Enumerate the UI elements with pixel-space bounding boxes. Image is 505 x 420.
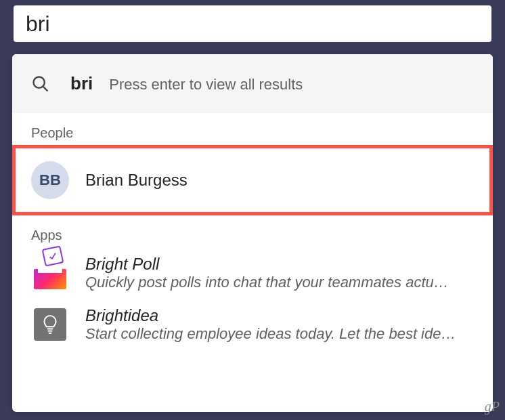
brightpoll-icon — [31, 254, 69, 292]
avatar-initials: BB — [39, 171, 61, 189]
search-suggestion-text: bri Press enter to view all results — [70, 73, 303, 94]
search-icon — [30, 75, 51, 93]
result-text: Bright Poll Quickly post polls into chat… — [85, 255, 474, 291]
app-subtitle: Start collecting employee ideas today. L… — [85, 325, 474, 343]
people-section-header: People — [12, 113, 493, 145]
search-term: bri — [70, 73, 93, 94]
search-input-value: bri — [26, 12, 50, 37]
result-text: Brightidea Start collecting employee ide… — [85, 306, 474, 343]
search-bar[interactable]: bri — [12, 4, 493, 43]
people-result-item[interactable]: BB Brian Burgess — [12, 145, 493, 215]
apps-section-header: Apps — [12, 215, 493, 247]
apps-section: Bright Poll Quickly post polls into chat… — [12, 247, 493, 350]
search-hint: Press enter to view all results — [109, 76, 303, 93]
watermark: gP — [485, 399, 500, 415]
app-name: Bright Poll — [85, 255, 474, 274]
svg-line-1 — [43, 87, 47, 91]
person-name: Brian Burgess — [85, 171, 474, 190]
app-result-item[interactable]: Brightidea Start collecting employee ide… — [12, 299, 493, 350]
app-name: Brightidea — [85, 306, 474, 325]
result-text: Brian Burgess — [85, 171, 474, 190]
avatar: BB — [31, 161, 69, 199]
search-suggestion-row[interactable]: bri Press enter to view all results — [12, 54, 493, 113]
svg-point-0 — [34, 77, 45, 87]
app-subtitle: Quickly post polls into chat that your t… — [85, 274, 474, 291]
search-dropdown: bri Press enter to view all results Peop… — [12, 54, 493, 412]
app-result-item[interactable]: Bright Poll Quickly post polls into chat… — [12, 247, 493, 299]
brightidea-icon — [31, 306, 69, 343]
